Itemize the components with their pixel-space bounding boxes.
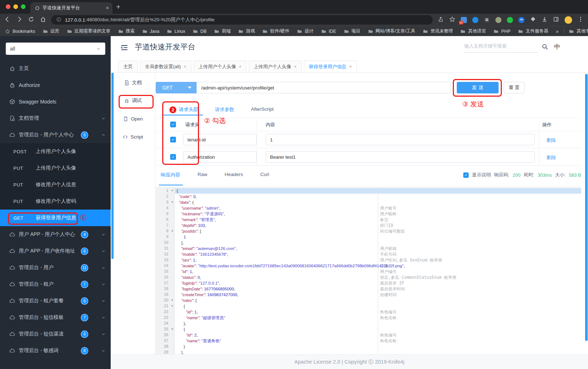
- close-window-button[interactable]: [6, 4, 10, 9]
- api-group-select[interactable]: all: [6, 43, 105, 55]
- sidebar-item-1[interactable]: Authorize: [0, 77, 111, 93]
- profile-avatar[interactable]: [565, 16, 572, 24]
- tool-tab-Open[interactable]: Open: [111, 110, 155, 128]
- sidebar-operation[interactable]: GET获得登录用户信息: [0, 210, 111, 226]
- new-tab-button[interactable]: +: [116, 3, 120, 11]
- reset-button[interactable]: 重 置: [504, 82, 525, 93]
- sidebar-group[interactable]: 用户 APP - 用户个人中心4: [0, 226, 111, 243]
- extension-cmd-icon[interactable]: ⌘: [484, 17, 490, 23]
- close-tab-icon[interactable]: ×: [349, 64, 352, 69]
- tool-tab-调试[interactable]: 调试: [111, 92, 155, 110]
- response-tab[interactable]: Curl: [260, 172, 269, 179]
- delete-link[interactable]: 删除: [547, 137, 556, 144]
- sidebar-group[interactable]: 管理后台 - 短信模板7: [0, 309, 111, 326]
- other-bookmarks[interactable]: 其他书签: [569, 28, 588, 34]
- tool-tab-文档[interactable]: 文档: [111, 74, 155, 92]
- extension-chevrons-icon[interactable]: ≫: [518, 17, 525, 23]
- bookmark-folder[interactable]: 近期需要读的文章: [67, 28, 111, 34]
- header-value-input[interactable]: [266, 134, 535, 145]
- page-scrollbar[interactable]: [585, 74, 588, 341]
- fold-caret-icon[interactable]: ▾: [171, 189, 173, 192]
- extension-drop-icon[interactable]: [472, 17, 478, 23]
- bookmark-folder[interactable]: PHP: [494, 29, 510, 34]
- sidebar-group[interactable]: 管理后台 - 租户7: [0, 276, 111, 293]
- download-icon[interactable]: [541, 16, 548, 24]
- doc-tab[interactable]: 上传用户个人头像×: [249, 61, 302, 73]
- show-description-checkbox[interactable]: [463, 172, 469, 178]
- row-checkbox[interactable]: [170, 137, 176, 142]
- bookmarks-root[interactable]: Bookmarks: [5, 29, 35, 34]
- bookmark-star-icon[interactable]: [449, 16, 455, 24]
- response-tab[interactable]: Headers: [225, 172, 243, 179]
- bookmark-folder[interactable]: 游戏: [238, 28, 255, 34]
- bookmark-folder[interactable]: Linux: [167, 29, 185, 34]
- select-all-checkbox[interactable]: [170, 122, 176, 127]
- doc-tab[interactable]: 上传用户个人头像×: [194, 61, 247, 73]
- delete-link[interactable]: 删除: [547, 154, 556, 161]
- window-controls[interactable]: [6, 4, 26, 9]
- row-checkbox[interactable]: [170, 154, 176, 160]
- http-method-select[interactable]: GET: [156, 82, 196, 93]
- close-tab-icon[interactable]: ×: [106, 5, 109, 11]
- bookmarks-overflow-button[interactable]: »: [556, 28, 559, 34]
- close-tab-icon[interactable]: ×: [239, 64, 242, 69]
- sidebar-group[interactable]: 管理后台 - 租户套餐6: [0, 293, 111, 309]
- header-name-input[interactable]: [183, 151, 257, 163]
- extensions-puzzle-icon[interactable]: [530, 16, 536, 24]
- extension-grid-icon[interactable]: 11: [461, 17, 467, 23]
- sidebar-group[interactable]: 管理后台 - 短信渠道6: [0, 326, 111, 342]
- request-tab[interactable]: AfterScript: [251, 106, 274, 114]
- extension-green-icon[interactable]: [507, 17, 513, 23]
- share-icon[interactable]: [438, 16, 444, 24]
- bookmark-folder[interactable]: 软件/硬件: [262, 28, 289, 34]
- header-name-input[interactable]: [183, 134, 257, 145]
- bookmark-folder[interactable]: 资讯未整理: [423, 28, 453, 34]
- fold-caret-icon[interactable]: ▾: [171, 298, 173, 302]
- sidebar-group[interactable]: 管理后台 - 敏感词8: [0, 342, 111, 359]
- sidebar-group[interactable]: 用户 APP - 用户收件地址6: [0, 243, 111, 259]
- request-url-input[interactable]: [196, 82, 451, 93]
- doc-tab[interactable]: 全局参数设置(all)×: [140, 61, 191, 73]
- bookmark-folder[interactable]: Java: [142, 29, 159, 34]
- maximize-window-button[interactable]: [21, 4, 26, 9]
- request-tab[interactable]: 请求参数: [215, 106, 234, 114]
- forward-icon[interactable]: [16, 16, 22, 24]
- response-tab[interactable]: 响应内容: [161, 172, 180, 179]
- bookmark-folder[interactable]: 文件服务器: [518, 28, 548, 34]
- doc-search-input[interactable]: [464, 41, 538, 51]
- menu-dots-icon[interactable]: [578, 16, 584, 24]
- bookmark-folder[interactable]: 前端: [214, 28, 231, 34]
- bookmark-folder[interactable]: 其他语言: [460, 28, 486, 34]
- browser-tab[interactable]: 芋道快速开发平台 ×: [30, 2, 112, 14]
- sidebar-item-2[interactable]: Swagger Models: [0, 93, 111, 110]
- doc-tab[interactable]: 获得登录用户信息×: [304, 61, 357, 73]
- bookmark-folder[interactable]: 项目: [344, 28, 361, 34]
- sidebar-item-4[interactable]: 管理后台 - 用户个人中心5: [0, 127, 111, 143]
- bookmark-folder[interactable]: 运营: [43, 28, 59, 34]
- language-toggle[interactable]: 中: [554, 43, 560, 51]
- collapse-menu-icon[interactable]: [120, 43, 129, 52]
- close-tab-icon[interactable]: ×: [184, 64, 186, 69]
- minimize-window-button[interactable]: [13, 4, 18, 9]
- reload-icon[interactable]: [28, 16, 34, 24]
- bookmark-folder[interactable]: 搜索: [118, 28, 135, 34]
- request-tab[interactable]: 请求头部: [179, 106, 198, 114]
- tool-tab-Script[interactable]: Script: [111, 128, 155, 146]
- side-panel-icon[interactable]: [553, 16, 559, 24]
- sidebar-operation[interactable]: PUT修改用户个人信息: [0, 176, 111, 193]
- response-tab[interactable]: Raw: [198, 172, 207, 179]
- extension-olive-icon[interactable]: [495, 17, 501, 23]
- response-body-editor[interactable]: 1▾23▾45678▾91011121314151617181920▾21▾22…: [156, 187, 581, 354]
- sidebar-operation[interactable]: POST上传用户个人头像: [0, 143, 111, 160]
- search-icon[interactable]: [541, 43, 548, 52]
- bookmark-folder[interactable]: DB: [193, 29, 207, 34]
- back-icon[interactable]: [4, 16, 10, 24]
- fold-caret-icon[interactable]: ▾: [171, 229, 173, 233]
- site-info-icon[interactable]: [56, 17, 61, 23]
- doc-search[interactable]: [464, 41, 538, 53]
- bookmark-folder[interactable]: 网站/博客/文章/工具: [368, 28, 415, 34]
- fold-caret-icon[interactable]: ▾: [171, 327, 173, 331]
- header-value-input[interactable]: [266, 151, 535, 163]
- doc-tab[interactable]: 主页: [118, 61, 138, 73]
- bookmark-folder[interactable]: IDE: [321, 29, 336, 34]
